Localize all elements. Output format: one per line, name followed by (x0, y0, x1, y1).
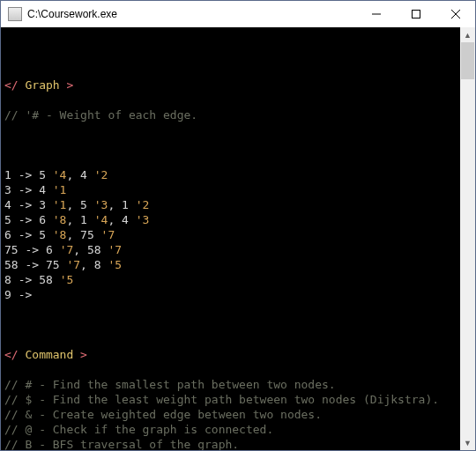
edge-row: 75 -> 6 '7, 58 '7 (4, 242, 457, 257)
command-help-line: // # - Find the smallest path between tw… (4, 377, 457, 392)
command-help-line: // @ - Check if the graph is connected. (4, 422, 457, 437)
edge-row: 6 -> 5 '8, 75 '7 (4, 227, 457, 242)
window-title: C:\Coursework.exe (27, 8, 356, 20)
command-help-line: // & - Create weighted edge between two … (4, 407, 457, 422)
command-tag-name: Command (25, 348, 73, 361)
minimize-button[interactable] (356, 1, 396, 27)
edge-row: 9 -> (4, 287, 457, 302)
edge-row: 58 -> 75 '7, 8 '5 (4, 257, 457, 272)
scroll-up-button[interactable]: ▲ (460, 27, 475, 42)
close-button[interactable] (435, 1, 475, 27)
scroll-thumb[interactable] (461, 42, 474, 79)
scrollbar-vertical[interactable]: ▲ ▼ (460, 27, 475, 450)
client-area: </ Graph > // '# - Weight of each edge. … (1, 27, 475, 450)
graph-tag-name: Graph (25, 78, 59, 92)
command-help-line: // $ - Find the least weight path betwee… (4, 392, 457, 407)
scroll-down-button[interactable]: ▼ (460, 435, 475, 450)
maximize-button[interactable] (396, 1, 435, 27)
edge-list: 1 -> 5 '4, 4 '23 -> 4 '14 -> 3 '1, 5 '3,… (4, 167, 457, 302)
command-help-line: // B - BFS traversal of the graph. (4, 437, 457, 450)
edge-row: 5 -> 6 '8, 1 '4, 4 '3 (4, 212, 457, 227)
app-icon (8, 7, 22, 21)
titlebar[interactable]: C:\Coursework.exe (1, 1, 475, 27)
edge-row: 4 -> 3 '1, 5 '3, 1 '2 (4, 197, 457, 212)
command-tag-close: > (80, 348, 87, 361)
console-output[interactable]: </ Graph > // '# - Weight of each edge. … (1, 27, 460, 450)
graph-comment: // '# - Weight of each edge. (4, 107, 457, 122)
edge-row: 3 -> 4 '1 (4, 182, 457, 197)
edge-row: 8 -> 58 '5 (4, 272, 457, 287)
edge-row: 1 -> 5 '4, 4 '2 (4, 167, 457, 182)
svg-rect-1 (412, 11, 420, 18)
graph-tag-close: > (66, 78, 73, 92)
close-icon (451, 10, 460, 18)
minimize-icon (372, 10, 381, 18)
graph-tag-open: </ (4, 78, 19, 92)
command-tag-open: </ (4, 348, 19, 361)
command-list: // # - Find the smallest path between tw… (4, 377, 457, 450)
maximize-icon (412, 10, 420, 18)
app-window: C:\Coursework.exe </ Graph > // '# - Wei… (0, 0, 476, 451)
